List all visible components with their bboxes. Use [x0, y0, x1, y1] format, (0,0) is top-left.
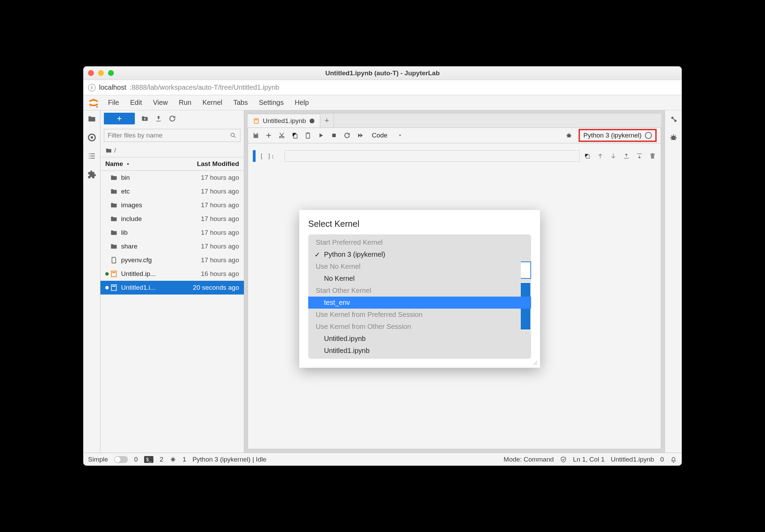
kernel-status-icon	[645, 132, 652, 139]
copy-icon[interactable]	[291, 132, 298, 139]
simple-label: Simple	[88, 456, 108, 463]
app-window: Untitled1.ipynb (auto-T) - JupyterLab i …	[83, 66, 682, 466]
restart-run-all-icon[interactable]	[357, 132, 364, 139]
menu-edit[interactable]: Edit	[125, 95, 147, 110]
svg-rect-10	[254, 119, 258, 123]
bell-icon[interactable]	[670, 456, 677, 463]
tab-untitled1[interactable]: Untitled1.ipynb	[248, 114, 320, 128]
file-browser-panel: / Name Last Modified bin17 hours agoetc1…	[100, 110, 244, 453]
kernel-option[interactable]: Untitled.ipynb	[308, 333, 531, 345]
select-kernel-dialog: Select Kernel Start Preferred KernelPyth…	[299, 210, 540, 368]
file-row[interactable]: share17 hours ago	[100, 240, 244, 253]
file-row[interactable]: pyvenv.cfg17 hours ago	[100, 253, 244, 267]
paste-icon[interactable]	[304, 132, 311, 139]
dialog-title: Select Kernel	[308, 219, 531, 229]
new-tab-button[interactable]: +	[320, 114, 334, 128]
file-row[interactable]: etc17 hours ago	[100, 185, 244, 198]
tab-label: Untitled1.ipynb	[263, 117, 306, 125]
running-icon[interactable]	[87, 133, 96, 142]
save-icon[interactable]	[252, 132, 259, 139]
kernel-option[interactable]: test_env	[308, 297, 531, 309]
simple-toggle[interactable]	[114, 456, 128, 463]
filter-input[interactable]	[108, 132, 227, 139]
resize-handle-icon[interactable]	[532, 360, 538, 366]
upload-icon[interactable]	[155, 115, 162, 122]
file-browser-toolbar	[100, 110, 244, 127]
move-up-icon[interactable]	[597, 153, 604, 159]
kernel-option[interactable]: No Kernel	[308, 273, 531, 285]
svg-rect-8	[111, 285, 117, 291]
folder-icon[interactable]	[87, 114, 96, 123]
menu-view[interactable]: View	[148, 95, 173, 110]
insert-above-icon[interactable]	[623, 153, 630, 159]
toc-icon[interactable]	[87, 152, 96, 160]
menu-kernel[interactable]: Kernel	[197, 95, 228, 110]
svg-rect-17	[332, 134, 336, 137]
file-row[interactable]: Untitled.ip...16 hours ago	[100, 267, 244, 281]
file-row[interactable]: include17 hours ago	[100, 212, 244, 226]
svg-point-1	[96, 106, 98, 108]
extensions-icon[interactable]	[87, 170, 96, 179]
cut-icon[interactable]	[278, 132, 285, 139]
breadcrumb[interactable]: /	[100, 144, 244, 157]
menu-tabs[interactable]: Tabs	[228, 95, 253, 110]
trusted-icon[interactable]	[560, 456, 567, 463]
insert-below-icon[interactable]	[636, 153, 643, 159]
terminal-badge[interactable]: $_	[144, 456, 154, 463]
debugger-icon[interactable]	[565, 132, 572, 139]
interrupt-icon[interactable]	[331, 132, 337, 139]
search-icon	[230, 132, 237, 139]
address-bar[interactable]: i localhost:8888/lab/workspaces/auto-T/t…	[83, 80, 682, 95]
restart-icon[interactable]	[344, 132, 351, 139]
name-column-header[interactable]: Name	[105, 160, 184, 168]
file-row[interactable]: bin17 hours ago	[100, 171, 244, 185]
dropdown-group-label: Start Other Kernel	[308, 285, 531, 297]
debugger-panel-icon[interactable]	[669, 133, 678, 142]
file-row[interactable]: images17 hours ago	[100, 198, 244, 212]
cursor-position[interactable]: Ln 1, Col 1	[573, 456, 605, 463]
jupyter-logo-icon	[87, 97, 100, 109]
menu-help[interactable]: Help	[289, 95, 314, 110]
kernel-count-icon[interactable]	[170, 456, 176, 463]
move-down-icon[interactable]	[610, 153, 617, 159]
kernel-option[interactable]: Untitled1.ipynb	[308, 345, 531, 357]
cell-input[interactable]	[284, 150, 580, 162]
refresh-icon[interactable]	[169, 115, 176, 122]
new-launcher-button[interactable]	[104, 113, 135, 124]
dropdown-group-label: Use Kernel from Other Session	[308, 321, 531, 333]
delete-cell-icon[interactable]	[649, 153, 656, 159]
chevron-down-icon	[398, 133, 402, 138]
file-row[interactable]: Untitled1.i...20 seconds ago	[100, 281, 244, 295]
mode-indicator[interactable]: Mode: Command	[504, 456, 554, 463]
kernel-name: Python 3 (ipykernel)	[583, 132, 642, 139]
notebook-toolbar: Code Python 3 (ipykernel)	[248, 128, 661, 143]
svg-rect-7	[112, 272, 115, 273]
svg-rect-15	[306, 133, 310, 138]
doc-name[interactable]: Untitled1.ipynb	[611, 456, 654, 463]
menu-run[interactable]: Run	[173, 95, 197, 110]
kernel-dropdown[interactable]: Start Preferred KernelPython 3 (ipykerne…	[308, 234, 531, 359]
file-row[interactable]: lib17 hours ago	[100, 226, 244, 240]
window-title: Untitled1.ipynb (auto-T) - JupyterLab	[83, 69, 682, 77]
dropdown-group-label: Use Kernel from Preferred Session	[308, 309, 531, 321]
svg-rect-4	[90, 136, 93, 139]
menu-settings[interactable]: Settings	[253, 95, 289, 110]
new-folder-icon[interactable]	[141, 115, 149, 122]
code-cell[interactable]: [ ]:	[253, 150, 656, 162]
kernel-option[interactable]: Python 3 (ipykernel)	[308, 248, 531, 261]
insert-cell-icon[interactable]	[265, 132, 272, 139]
kernel-indicator[interactable]: Python 3 (ipykernel)	[579, 129, 657, 142]
tab-strip: Untitled1.ipynb +	[248, 114, 661, 128]
dropdown-group-label: Start Preferred Kernel	[308, 236, 531, 248]
tabs-count[interactable]: 0	[134, 456, 138, 463]
file-list-header: Name Last Modified	[100, 157, 244, 171]
kernel-status[interactable]: Python 3 (ipykernel) | Idle	[192, 456, 266, 463]
notif-count: 0	[660, 456, 664, 463]
run-icon[interactable]	[317, 132, 324, 139]
property-inspector-icon[interactable]	[669, 114, 678, 123]
right-sidebar-rail	[665, 110, 682, 453]
modified-column-header[interactable]: Last Modified	[184, 160, 239, 168]
cell-type-select[interactable]: Code	[370, 132, 405, 139]
menu-file[interactable]: File	[103, 95, 125, 110]
duplicate-cell-icon[interactable]	[584, 153, 591, 159]
